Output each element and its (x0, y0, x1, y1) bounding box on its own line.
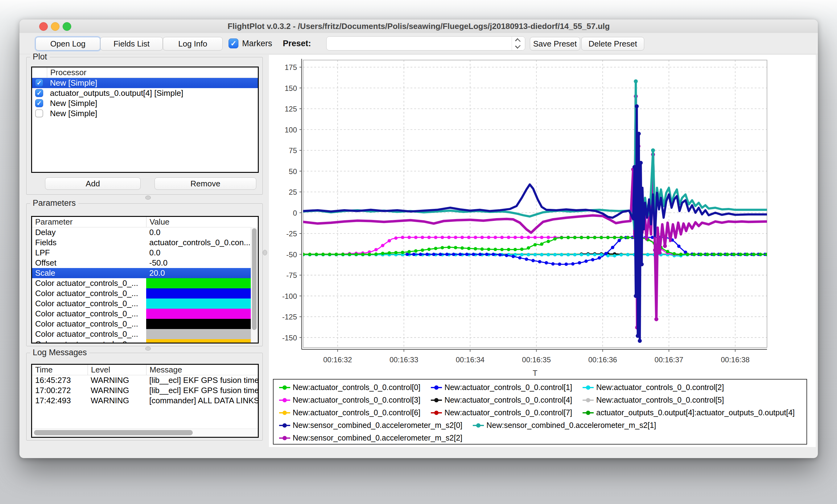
legend-item: New:sensor_combined_0.accelerometer_m_s2… (279, 421, 462, 430)
svg-text:-125: -125 (282, 313, 297, 321)
processor-row-checkbox-cell: ✓ (32, 78, 47, 88)
legend-label: New:actuator_controls_0_0.control[2] (596, 383, 724, 392)
legend-label: New:actuator_controls_0_0.control[7] (444, 408, 572, 417)
processor-checkbox[interactable]: ✓ (35, 79, 43, 87)
parameter-row[interactable]: LPF0.0 (32, 248, 258, 258)
svg-text:-50: -50 (286, 250, 297, 259)
delete-preset-button[interactable]: Delete Preset (581, 37, 644, 51)
processor-checkbox[interactable]: ✓ (35, 109, 43, 117)
processor-column-header: Processor (47, 68, 258, 78)
add-button[interactable]: Add (45, 178, 141, 190)
parameter-name: Delay (32, 227, 146, 238)
log-row[interactable]: 17:00:272WARNING[lib__ecl] EKF GPS fusio… (32, 386, 258, 395)
parameters-scrollbar-thumb[interactable] (252, 228, 256, 330)
svg-text:-150: -150 (282, 334, 297, 342)
parameter-value: -50.0 (146, 258, 258, 268)
legend-label: New:actuator_controls_0_0.control[1] (444, 383, 572, 392)
log-row[interactable]: 17:42:493WARNING[commander] ALL DATA LIN… (32, 395, 258, 406)
parameter-value: 20.0 (146, 268, 258, 278)
open-log-button[interactable]: Open Log (35, 37, 100, 51)
zoom-window-icon[interactable] (63, 22, 71, 31)
legend-label: New:actuator_controls_0_0.control[4] (444, 395, 572, 405)
time-column-header: Time (32, 365, 88, 375)
log-time: 17:00:272 (32, 386, 88, 395)
parameter-row[interactable]: Delay0.0 (32, 227, 258, 238)
processor-checkbox[interactable]: ✓ (35, 89, 43, 97)
vertical-splitter-handle[interactable] (263, 250, 267, 255)
legend-label: New:sensor_combined_0.accelerometer_m_s2… (293, 433, 462, 442)
save-preset-button[interactable]: Save Preset (530, 37, 580, 51)
processor-row[interactable]: ✓actuator_outputs_0.output[4] [Simple] (32, 88, 258, 98)
log-info-button[interactable]: Log Info (163, 37, 222, 51)
svg-text:50: 50 (289, 167, 297, 175)
parameters-table[interactable]: Parameter Value Delay0.0Fieldsactuator_c… (31, 216, 259, 343)
svg-text:-25: -25 (286, 229, 297, 238)
parameter-row[interactable]: Color actuator_controls_0_... (32, 309, 258, 319)
svg-text:00:16:35: 00:16:35 (522, 355, 551, 364)
parameter-name: Color actuator_controls_0_... (32, 339, 146, 343)
title-bar[interactable]: FlightPlot v.0.3.2 - /Users/fritz/Docume… (19, 19, 818, 33)
parameters-scrollbar[interactable] (251, 227, 258, 342)
flightplot-window: FlightPlot v.0.3.2 - /Users/fritz/Docume… (19, 19, 818, 458)
chart-panel[interactable]: 1751501251007550250-25-50-75-100-125-150… (269, 55, 816, 447)
log-scrollbar-thumb[interactable] (34, 430, 193, 435)
parameter-name: Fields (32, 238, 146, 248)
svg-text:150: 150 (285, 84, 297, 92)
svg-text:T: T (533, 369, 537, 377)
legend-item: New:actuator_controls_0_0.control[0] (279, 383, 420, 392)
fields-list-button[interactable]: Fields List (100, 37, 163, 51)
plot-group: Plot Processor ✓New [Simple]✓actuator_ou… (26, 57, 263, 195)
processor-checkbox[interactable]: ✓ (35, 99, 43, 107)
parameter-row[interactable]: Color actuator_controls_0_... (32, 339, 258, 343)
processor-table-header: Processor (32, 68, 258, 78)
splitter-handle[interactable] (145, 347, 151, 351)
log-message: [lib__ecl] EKF GPS fusion timeout – (146, 375, 258, 386)
parameter-name: Color actuator_controls_0_... (32, 278, 146, 288)
color-swatch (146, 278, 258, 288)
parameter-row[interactable]: Color actuator_controls_0_... (32, 329, 258, 339)
preset-stepper[interactable] (512, 37, 525, 50)
processor-row[interactable]: ✓New [Simple] (32, 78, 258, 88)
processor-row-checkbox-cell: ✓ (32, 109, 47, 118)
processor-row[interactable]: ✓New [Simple] (32, 109, 258, 118)
remove-button[interactable]: Remove (155, 178, 256, 190)
log-scrollbar[interactable] (32, 429, 258, 437)
parameter-row[interactable]: Offset-50.0 (32, 258, 258, 268)
parameter-row[interactable]: Color actuator_controls_0_... (32, 319, 258, 329)
log-message: [lib__ecl] EKF GPS fusion timeout – (146, 386, 258, 395)
legend-marker-icon (583, 387, 594, 388)
parameter-row[interactable]: Scale20.0 (32, 268, 258, 278)
legend-item: New:actuator_controls_0_0.control[7] (431, 408, 572, 417)
flight-plot-chart[interactable]: 1751501251007550250-25-50-75-100-125-150… (269, 55, 816, 377)
legend-label: New:actuator_controls_0_0.control[6] (293, 408, 420, 417)
legend-marker-icon (279, 387, 290, 388)
processor-row-checkbox-cell: ✓ (32, 98, 47, 109)
svg-text:175: 175 (285, 63, 297, 72)
close-window-icon[interactable] (39, 22, 48, 31)
parameter-name: LPF (32, 248, 146, 258)
minimize-window-icon[interactable] (51, 22, 59, 31)
processor-row-label: New [Simple] (47, 98, 258, 109)
parameter-row[interactable]: Color actuator_controls_0_... (32, 299, 258, 309)
markers-checkbox[interactable]: ✓ (229, 38, 238, 49)
processor-table[interactable]: Processor ✓New [Simple]✓actuator_outputs… (31, 67, 259, 173)
color-swatch (146, 329, 258, 339)
legend-marker-icon (431, 399, 442, 401)
splitter-handle[interactable] (145, 195, 151, 200)
parameter-row[interactable]: Fieldsactuator_controls_0_0.con... (32, 238, 258, 248)
parameter-row[interactable]: Color actuator_controls_0_... (32, 278, 258, 288)
legend-item: New:actuator_controls_0_0.control[4] (431, 395, 572, 405)
processor-row[interactable]: ✓New [Simple] (32, 98, 258, 109)
parameter-column-header: Parameter (32, 217, 146, 227)
log-table[interactable]: Time Level Message 16:45:273WARNING[lib_… (31, 364, 259, 438)
log-row[interactable]: 16:45:273WARNING[lib__ecl] EKF GPS fusio… (32, 375, 258, 386)
parameter-row[interactable]: Color actuator_controls_0_... (32, 288, 258, 299)
legend-item: New:actuator_controls_0_0.control[1] (431, 383, 572, 392)
svg-text:00:16:38: 00:16:38 (721, 355, 749, 364)
color-swatch (146, 299, 258, 309)
log-time: 16:45:273 (32, 375, 88, 386)
log-message: [commander] ALL DATA LINKS LOS (146, 395, 258, 406)
preset-combobox[interactable] (326, 36, 525, 51)
svg-text:00:16:36: 00:16:36 (588, 355, 617, 364)
parameter-name: Color actuator_controls_0_... (32, 309, 146, 319)
